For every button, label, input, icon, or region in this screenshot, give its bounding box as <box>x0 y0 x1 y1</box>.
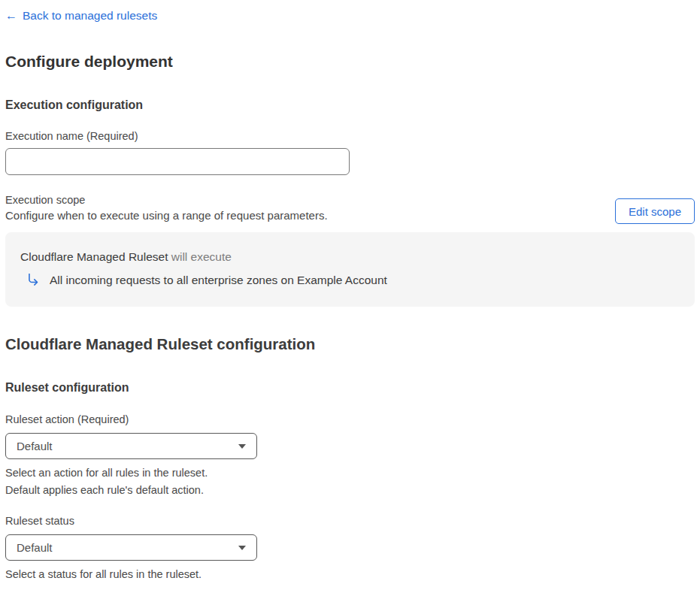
ruleset-configuration-subheading: Ruleset configuration <box>5 381 695 395</box>
ruleset-status-help-line: Select a status for all rules in the rul… <box>5 566 695 583</box>
left-arrow-icon: ← <box>5 10 17 22</box>
ruleset-status-label: Ruleset status <box>5 515 695 527</box>
configure-deployment-page: ← Back to managed rulesets Configure dep… <box>0 0 700 583</box>
ruleset-action-selected-value: Default <box>17 440 53 452</box>
scope-detail-line: All incoming requests to all enterprise … <box>26 274 680 287</box>
ruleset-action-select[interactable]: Default <box>5 433 257 459</box>
edit-scope-button[interactable]: Edit scope <box>615 198 695 224</box>
execution-name-label: Execution name (Required) <box>5 130 695 142</box>
ruleset-action-help-line2: Default applies each rule's default acti… <box>5 482 695 499</box>
ruleset-action-label: Ruleset action (Required) <box>5 413 695 425</box>
scope-summary-panel: Cloudflare Managed Ruleset will execute … <box>5 232 695 307</box>
execution-configuration-heading: Execution configuration <box>5 98 695 112</box>
scope-ruleset-name: Cloudflare Managed Ruleset <box>20 250 168 263</box>
execution-scope-description: Configure when to execute using a range … <box>5 209 328 222</box>
ruleset-action-help-line1: Select an action for all rules in the ru… <box>5 464 695 482</box>
scope-summary-line: Cloudflare Managed Ruleset will execute <box>20 250 680 264</box>
scope-detail-text: All incoming requests to all enterprise … <box>50 274 387 287</box>
corner-down-right-arrow-icon <box>26 274 40 287</box>
ruleset-status-help: Select a status for all rules in the rul… <box>5 566 695 583</box>
execution-name-input[interactable] <box>5 148 350 175</box>
execution-scope-texts: Execution scope Configure when to execut… <box>5 194 328 222</box>
ruleset-status-select[interactable]: Default <box>5 534 257 561</box>
ruleset-configuration-section-heading: Cloudflare Managed Ruleset configuration <box>5 335 695 353</box>
execution-scope-label: Execution scope <box>5 194 328 206</box>
back-link-label: Back to managed rulesets <box>23 9 157 23</box>
chevron-down-icon <box>238 546 246 550</box>
chevron-down-icon <box>238 444 246 449</box>
execution-scope-row: Execution scope Configure when to execut… <box>5 194 695 224</box>
ruleset-action-help: Select an action for all rules in the ru… <box>5 464 695 499</box>
ruleset-status-selected-value: Default <box>17 541 53 554</box>
back-to-managed-rulesets-link[interactable]: ← Back to managed rulesets <box>5 9 157 23</box>
scope-will-execute-text: will execute <box>171 250 232 263</box>
page-title: Configure deployment <box>5 53 695 71</box>
